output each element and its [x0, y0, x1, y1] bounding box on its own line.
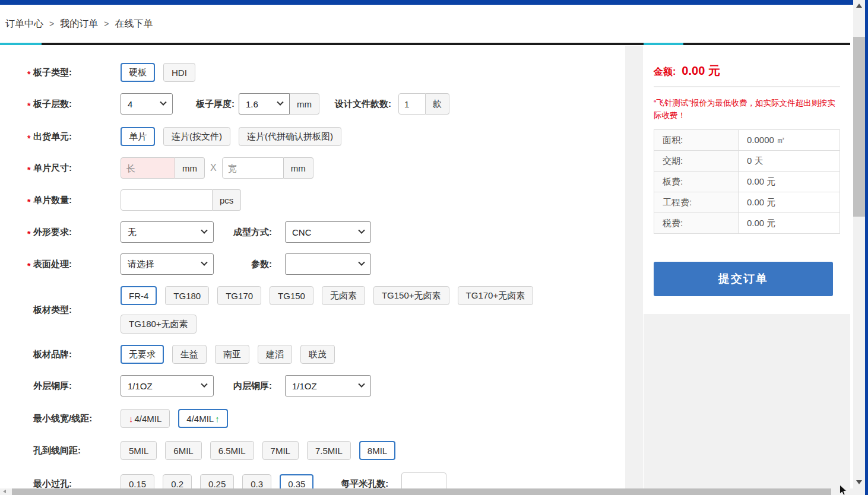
chevron-down-icon [358, 259, 365, 266]
ship-unit-option-single[interactable]: 单片 [121, 127, 155, 146]
piece-size-label: * 单片尺寸: [0, 163, 121, 174]
piece-qty-input[interactable] [121, 189, 213, 211]
piece-qty-unit: pcs [213, 189, 241, 211]
board-type-option-rigid[interactable]: 硬板 [121, 63, 155, 82]
design-files-input[interactable] [398, 93, 426, 115]
mouse-cursor [840, 485, 847, 495]
down-arrow-icon: ↓ [129, 414, 134, 424]
design-files-label: 设计文件款数: [335, 99, 391, 110]
vertical-scrollbar[interactable] [853, 0, 865, 488]
vertical-scrollbar-thumb[interactable] [853, 37, 865, 217]
breadcrumb-separator: > [104, 19, 109, 28]
surface-select[interactable]: 请选择 [121, 253, 214, 275]
surface-param-select[interactable] [285, 253, 371, 275]
row-piece-size: * 单片尺寸: mm X mm [0, 157, 625, 179]
thickness-group: 1.6 mm [239, 93, 319, 115]
min-via-option-015[interactable]: 0.15 [121, 474, 154, 488]
outer-copper-label: 外层铜厚: [0, 380, 121, 392]
trace-label: 最小线宽/线距: [0, 413, 121, 424]
outer-copper-select[interactable]: 1/1OZ [121, 375, 214, 396]
material-option-halogen-free[interactable]: 无卤素 [322, 286, 365, 305]
outline-select[interactable]: 无 [121, 221, 214, 243]
chevron-down-icon [358, 381, 365, 388]
submit-order-button[interactable]: 提交订单 [654, 262, 833, 296]
ship-unit-label: * 出货单元: [0, 131, 121, 142]
material-option-tg180[interactable]: TG180 [165, 286, 209, 305]
ship-unit-option-panel-confirm[interactable]: 连片(代拼确认拼板图) [239, 127, 341, 146]
breadcrumb-my-orders[interactable]: 我的订单 [60, 18, 98, 30]
required-mark: * [27, 101, 33, 110]
trace-option-up[interactable]: 4/4MIL ↑ [178, 409, 227, 428]
scroll-up-arrow-icon[interactable] [856, 4, 862, 8]
thickness-select[interactable]: 1.6 [239, 93, 290, 115]
row-board-type: * 板子类型: 硬板 HDI [0, 63, 625, 82]
row-trace: 最小线宽/线距: ↓ 4/4MIL 4/4MIL ↑ [0, 409, 625, 428]
holes-per-sqm-input[interactable] [401, 472, 446, 488]
width-group: mm [222, 157, 313, 179]
min-via-option-035[interactable]: 0.35 [280, 474, 313, 488]
ship-unit-option-panel-by-file[interactable]: 连片(按文件) [163, 127, 230, 146]
inner-copper-label: 内层铜厚: [230, 380, 272, 392]
min-via-option-03[interactable]: 0.3 [242, 474, 271, 488]
row-outline: * 外形要求: 无 成型方式: CNC [0, 221, 625, 243]
width-input[interactable] [222, 157, 284, 179]
required-mark: * [27, 261, 33, 271]
material-option-tg170[interactable]: TG170 [217, 286, 261, 305]
material-option-tg170-halogen-free[interactable]: TG170+无卤素 [458, 286, 534, 305]
scroll-down-arrow-icon[interactable] [856, 480, 862, 484]
brand-label: 板材品牌: [0, 349, 121, 360]
length-group: mm [121, 157, 205, 179]
brand-option-nanya[interactable]: 南亚 [215, 345, 249, 364]
panel-gutter [625, 46, 643, 488]
width-unit: mm [284, 157, 313, 179]
material-option-tg150-halogen-free[interactable]: TG150+无卤素 [373, 286, 449, 305]
design-files-unit: 款 [426, 93, 449, 115]
breadcrumb-order-center[interactable]: 订单中心 [5, 18, 43, 30]
area-value: 0.0000 ㎡ [739, 130, 840, 151]
horizontal-scrollbar[interactable] [0, 488, 865, 495]
hole-to-line-option-6mil[interactable]: 6MIL [165, 441, 201, 460]
board-type-option-hdi[interactable]: HDI [163, 63, 195, 82]
min-via-option-025[interactable]: 0.25 [200, 474, 234, 488]
chevron-down-icon [201, 259, 207, 266]
chevron-down-icon [358, 227, 365, 234]
holes-per-sqm-label: 每平米孔数: [341, 478, 388, 489]
table-row: 面积: 0.0000 ㎡ [654, 130, 840, 151]
horizontal-scrollbar-thumb[interactable] [12, 488, 831, 495]
chevron-down-icon [277, 99, 283, 106]
leadtime-label: 交期: [654, 151, 739, 172]
hole-to-line-option-7-5mil[interactable]: 7.5MIL [307, 441, 351, 460]
hole-to-line-option-7mil[interactable]: 7MIL [262, 441, 299, 460]
hole-to-line-label: 孔到线间距: [0, 445, 121, 456]
trace-option-down[interactable]: ↓ 4/4MIL [121, 409, 170, 428]
scroll-left-arrow-icon[interactable] [3, 490, 6, 493]
material-option-tg180-halogen-free[interactable]: TG180+无卤素 [121, 315, 197, 334]
quote-panel: 金额: 0.00 元 “飞针测试”报价为最低收费，如实际文件超出则按实际收费！ … [644, 45, 850, 488]
inner-copper-select[interactable]: 1/1OZ [285, 375, 371, 396]
flying-probe-warning: “飞针测试”报价为最低收费，如实际文件超出则按实际收费！ [654, 97, 840, 122]
layers-select[interactable]: 4 [121, 93, 173, 115]
hole-to-line-option-8mil[interactable]: 8MIL [359, 441, 395, 460]
row-ship-unit: * 出货单元: 单片 连片(按文件) 连片(代拼确认拼板图) [0, 127, 625, 146]
forming-select[interactable]: CNC [285, 221, 371, 243]
brand-option-kingboard[interactable]: 建滔 [258, 345, 292, 364]
row-hole-to-line: 孔到线间距: 5MIL 6MIL 6.5MIL 7MIL 7.5MIL 8MIL [0, 441, 625, 460]
table-row: 工程费: 0.00 元 [654, 192, 840, 213]
board-type-label: * 板子类型: [0, 67, 121, 78]
hole-to-line-option-5mil[interactable]: 5MIL [121, 441, 157, 460]
material-label: 板材类型: [0, 304, 121, 316]
length-input[interactable] [121, 157, 175, 179]
material-option-tg150[interactable]: TG150 [270, 286, 313, 305]
thickness-label: 板子厚度: [196, 99, 235, 110]
material-option-fr4[interactable]: FR-4 [121, 286, 157, 305]
brand-option-shengyi[interactable]: 生益 [172, 345, 207, 364]
min-via-option-02[interactable]: 0.2 [163, 474, 192, 488]
required-mark: * [27, 134, 33, 143]
hole-to-line-option-6-5mil[interactable]: 6.5MIL [210, 441, 254, 460]
amount-label: 金额: [654, 66, 676, 78]
row-brand: 板材品牌: 无要求 生益 南亚 建滔 联茂 [0, 345, 625, 364]
brand-option-itef[interactable]: 联茂 [300, 345, 335, 364]
piece-qty-label: * 单片数量: [0, 195, 121, 206]
brand-option-any[interactable]: 无要求 [121, 345, 164, 364]
board-fee-value: 0.00 元 [739, 172, 840, 192]
